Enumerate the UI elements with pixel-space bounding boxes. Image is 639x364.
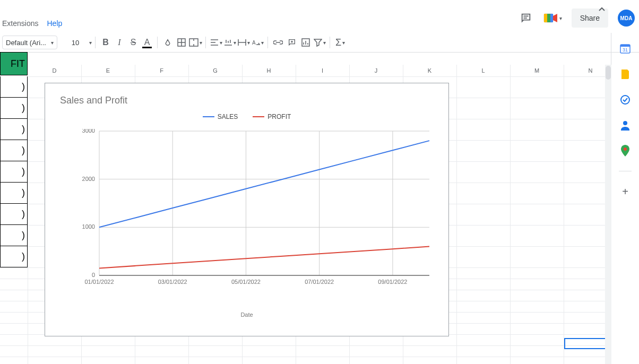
column-header[interactable]: N <box>564 65 611 76</box>
functions-button[interactable]: Σ▾ <box>333 36 347 49</box>
svg-rect-4 <box>547 14 550 22</box>
v-align-button[interactable]: ▾ <box>223 36 237 49</box>
column-header[interactable]: D <box>28 65 82 76</box>
meet-icon[interactable]: ▾ <box>543 12 562 24</box>
toolbar: Default (Ari... ▾ 10 ▾ B I S A ▾ ▾ ▾ ▾ A… <box>0 33 639 53</box>
column-header[interactable]: G <box>188 65 243 76</box>
merge-cells-button[interactable]: ▾ <box>188 36 202 49</box>
legend-item-sales: SALES <box>203 113 238 120</box>
column-header[interactable]: J <box>349 65 403 76</box>
insert-link-button[interactable] <box>271 36 285 49</box>
vertical-scrollbar[interactable] <box>605 65 611 364</box>
selected-cell[interactable] <box>564 338 607 349</box>
collapse-toolbar-button[interactable] <box>595 3 608 16</box>
chart-title: Sales and Profit <box>60 95 127 106</box>
column-header[interactable]: M <box>510 65 564 76</box>
column-header[interactable]: H <box>242 65 296 76</box>
partial-column-header: FIT <box>0 52 28 75</box>
svg-text:2000: 2000 <box>82 176 95 182</box>
maps-icon[interactable] <box>620 145 631 156</box>
svg-text:07/01/2022: 07/01/2022 <box>305 279 334 285</box>
contacts-icon[interactable] <box>620 120 631 131</box>
italic-button[interactable]: I <box>113 36 126 49</box>
svg-point-35 <box>624 148 627 151</box>
svg-text:31: 31 <box>623 47 628 53</box>
embedded-chart[interactable]: Sales and Profit SALES PROFIT 0100020003… <box>45 83 449 336</box>
side-panel-divider <box>619 171 632 171</box>
cell[interactable]: ) <box>0 246 28 267</box>
cell[interactable]: ) <box>0 76 28 98</box>
comment-history-icon[interactable] <box>518 10 534 26</box>
scroll-thumb[interactable] <box>606 66 611 80</box>
svg-text:05/01/2022: 05/01/2022 <box>231 279 261 285</box>
spreadsheet-grid[interactable]: DEFGHIJKLMN FIT ))))))))) Sales and Prof… <box>0 52 611 364</box>
borders-button[interactable] <box>175 36 188 49</box>
svg-text:09/01/2022: 09/01/2022 <box>378 279 407 285</box>
menu-help[interactable]: Help <box>47 19 62 28</box>
cell[interactable]: ) <box>0 98 28 119</box>
svg-text:0: 0 <box>92 272 95 278</box>
svg-rect-5 <box>550 14 553 22</box>
tasks-icon[interactable] <box>620 94 631 105</box>
svg-rect-3 <box>544 14 547 22</box>
fill-color-button[interactable] <box>161 36 175 49</box>
chart-plot-area: 010002000300001/01/202203/01/202205/01/2… <box>76 129 431 291</box>
h-align-button[interactable]: ▾ <box>209 36 223 49</box>
text-color-button[interactable]: A <box>140 36 154 49</box>
column-header[interactable]: L <box>456 65 511 76</box>
caret-down-icon: ▾ <box>89 40 92 46</box>
svg-point-33 <box>621 96 629 104</box>
cell[interactable]: ) <box>0 140 28 161</box>
legend-label: PROFIT <box>267 113 291 120</box>
cell[interactable]: ) <box>0 225 28 246</box>
legend-item-profit: PROFIT <box>253 113 291 120</box>
column-header[interactable]: E <box>81 65 135 76</box>
side-panel: 31 + <box>611 33 639 364</box>
legend-label: SALES <box>218 113 238 120</box>
insert-comment-button[interactable] <box>285 36 299 49</box>
text-rotation-button[interactable]: A▾ <box>251 36 264 49</box>
column-headers: DEFGHIJKLMN <box>0 65 611 77</box>
svg-text:1000: 1000 <box>82 223 95 230</box>
font-size-select[interactable]: 10 <box>63 36 88 49</box>
keep-icon[interactable] <box>620 69 631 80</box>
font-size-value: 10 <box>72 39 79 47</box>
svg-text:A: A <box>252 40 256 46</box>
svg-point-34 <box>623 121 627 125</box>
svg-text:01/01/2022: 01/01/2022 <box>84 279 114 285</box>
font-select-label: Default (Ari... <box>6 39 46 47</box>
column-header[interactable]: K <box>403 65 457 76</box>
insert-chart-button[interactable] <box>299 36 313 49</box>
column-header[interactable]: I <box>296 65 350 76</box>
strikethrough-button[interactable]: S <box>126 36 140 49</box>
svg-rect-31 <box>620 45 630 47</box>
menu-extensions[interactable]: Extensions <box>2 19 38 28</box>
chart-legend: SALES PROFIT <box>45 113 448 120</box>
legend-swatch <box>203 116 214 117</box>
menu-bar: Extensions Help <box>0 18 62 29</box>
cell[interactable]: ) <box>0 183 28 204</box>
add-addon-icon[interactable]: + <box>620 186 631 197</box>
filter-button[interactable]: ▾ <box>313 36 326 49</box>
svg-text:03/01/2022: 03/01/2022 <box>158 279 187 285</box>
bold-button[interactable]: B <box>99 36 113 49</box>
cell[interactable]: ) <box>0 204 28 225</box>
svg-text:3000: 3000 <box>82 129 95 134</box>
top-right-controls: ▾ Share MDA <box>518 8 635 28</box>
avatar[interactable]: MDA <box>618 10 635 27</box>
cell[interactable]: ) <box>0 119 28 140</box>
caret-down-icon: ▾ <box>51 40 54 46</box>
legend-swatch <box>253 116 264 117</box>
column-header[interactable]: F <box>135 65 189 76</box>
calendar-icon[interactable]: 31 <box>620 44 631 54</box>
font-select[interactable]: Default (Ari... ▾ <box>2 36 57 49</box>
cell[interactable]: ) <box>0 161 28 183</box>
svg-marker-6 <box>553 14 557 22</box>
text-wrap-button[interactable]: ▾ <box>237 36 251 49</box>
chart-x-label: Date <box>45 311 448 318</box>
